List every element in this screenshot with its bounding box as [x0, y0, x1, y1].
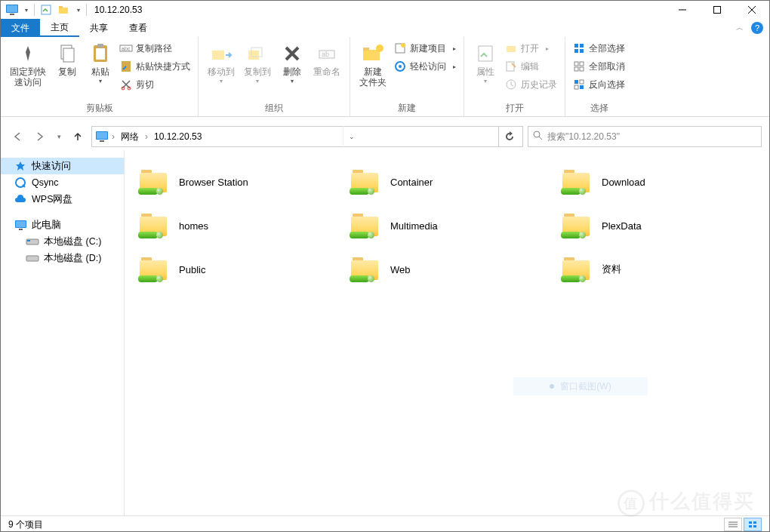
large-icons-view-toggle[interactable]	[744, 518, 762, 531]
shared-folder-icon	[350, 254, 383, 284]
sidebar-wps[interactable]: WPS网盘	[1, 191, 124, 208]
app-icon[interactable]	[4, 2, 20, 18]
invert-selection-button[interactable]: 反向选择	[573, 76, 625, 93]
chevron-right-icon[interactable]: ›	[145, 131, 148, 142]
open-button[interactable]: 打开▸	[505, 40, 557, 57]
network-share-folder[interactable]: Container	[343, 161, 550, 203]
new-folder-qat-icon[interactable]	[56, 2, 72, 18]
tab-home[interactable]: 主页	[40, 19, 79, 37]
refresh-button[interactable]	[498, 126, 519, 147]
collapse-ribbon-icon[interactable]: ︿	[736, 23, 744, 33]
group-label-select: 选择	[570, 103, 628, 116]
copy-path-icon: abc	[120, 42, 132, 54]
quick-access-toolbar: ▾ ▾	[1, 2, 91, 18]
svg-point-51	[534, 131, 540, 137]
new-folder-button[interactable]: 新建 文件夹	[355, 38, 391, 91]
tab-file[interactable]: 文件	[1, 19, 40, 37]
paste-shortcut-button[interactable]: 粘贴快捷方式	[120, 58, 190, 75]
select-none-icon	[573, 60, 585, 72]
edit-button[interactable]: 编辑	[505, 58, 557, 75]
qat-separator-2	[86, 4, 87, 16]
svg-rect-59	[26, 256, 38, 261]
qat-dropdown-icon[interactable]: ▾	[74, 2, 83, 18]
pin-quick-access-button[interactable]: 固定到快 速访问	[5, 38, 51, 91]
new-item-button[interactable]: 新建项目▸	[394, 40, 456, 57]
sidebar-drive-c[interactable]: 本地磁盘 (C:)	[1, 233, 124, 250]
drive-icon	[26, 252, 38, 264]
paste-icon	[88, 42, 112, 66]
network-share-folder[interactable]: Browser Station	[132, 161, 339, 203]
copy-path-button[interactable]: abc 复制路径	[120, 40, 190, 57]
properties-qat-icon[interactable]	[38, 2, 54, 18]
up-button[interactable]	[69, 128, 87, 146]
network-share-folder[interactable]: Public	[132, 248, 339, 291]
svg-rect-66	[753, 525, 756, 527]
move-to-button[interactable]: 移动到▾	[203, 38, 239, 88]
navigation-bar: ▾ › 网络 › 10.12.20.53 ⌄ 搜索"10.12.20.53"	[1, 123, 769, 150]
copy-button[interactable]: 复制	[51, 38, 84, 81]
sidebar-quick-access[interactable]: 快速访问	[1, 158, 124, 174]
properties-button[interactable]: 属性▾	[469, 38, 502, 88]
svg-rect-1	[7, 5, 17, 12]
paste-shortcut-icon	[120, 60, 132, 72]
select-all-button[interactable]: 全部选择	[573, 40, 625, 57]
search-input[interactable]: 搜索"10.12.20.53"	[528, 126, 762, 147]
network-share-folder[interactable]: Web	[343, 248, 550, 291]
sidebar-this-pc[interactable]: 此电脑	[1, 217, 124, 233]
sidebar-drive-d[interactable]: 本地磁盘 (D:)	[1, 250, 124, 266]
svg-rect-2	[10, 14, 14, 15]
easy-access-icon	[394, 60, 406, 72]
copy-to-button[interactable]: 复制到▾	[239, 38, 276, 88]
network-share-folder[interactable]: 资料	[555, 248, 762, 291]
folder-label: Multimedia	[390, 220, 438, 232]
address-bar[interactable]: › 网络 › 10.12.20.53 ⌄	[91, 126, 523, 147]
location-monitor-icon	[95, 130, 109, 143]
folder-label: Browser Station	[179, 177, 248, 188]
ribbon-group-new: 新建 文件夹 新建项目▸ 轻松访问▸ 新建	[350, 37, 464, 116]
address-dropdown-icon[interactable]: ⌄	[343, 126, 361, 147]
network-share-folder[interactable]: Download	[555, 161, 762, 203]
navigation-pane[interactable]: 快速访问 Qsync WPS网盘 此电脑 本地磁盘 (C:) 本地磁盘 (D:)	[1, 150, 125, 515]
qsync-icon	[14, 177, 26, 189]
recent-dropdown-icon[interactable]: ▾	[54, 128, 64, 146]
invert-selection-icon	[573, 78, 585, 91]
chevron-down-icon[interactable]: ▾	[22, 2, 31, 18]
select-none-button[interactable]: 全部取消	[573, 58, 625, 75]
tab-view[interactable]: 查看	[119, 19, 158, 37]
breadcrumb-current[interactable]: 10.12.20.53	[151, 131, 205, 142]
close-button[interactable]	[735, 1, 769, 19]
forward-button[interactable]	[31, 128, 49, 146]
easy-access-button[interactable]: 轻松访问▸	[394, 58, 456, 75]
breadcrumb-network[interactable]: 网络	[118, 131, 142, 143]
help-icon[interactable]: ?	[751, 22, 763, 34]
svg-rect-65	[749, 525, 752, 527]
network-share-folder[interactable]: homes	[132, 204, 339, 247]
folder-label: Download	[602, 177, 645, 188]
minimize-button[interactable]	[665, 1, 700, 19]
folder-content-area[interactable]: Browser StationContainerDownloadhomesMul…	[125, 150, 769, 515]
paste-button[interactable]: 粘贴 ▾	[84, 38, 117, 88]
svg-rect-25	[363, 50, 380, 60]
rename-button[interactable]: ab 重命名	[309, 38, 345, 81]
back-button[interactable]	[8, 128, 26, 146]
qat-separator	[34, 4, 35, 16]
select-all-icon	[573, 42, 585, 54]
details-view-toggle[interactable]	[724, 518, 742, 531]
svg-text:ab: ab	[322, 51, 329, 58]
svg-rect-33	[507, 46, 516, 52]
shared-folder-icon	[138, 254, 171, 284]
sidebar-qsync[interactable]: Qsync	[1, 174, 124, 191]
cut-button[interactable]: 剪切	[120, 76, 190, 93]
history-button[interactable]: 历史记录	[505, 76, 557, 93]
title-bar: ▾ ▾ 10.12.20.53	[1, 1, 769, 19]
tab-share[interactable]: 共享	[79, 19, 119, 37]
chevron-right-icon[interactable]: ›	[112, 131, 115, 142]
properties-icon	[473, 42, 497, 66]
maximize-button[interactable]	[700, 1, 735, 19]
network-share-folder[interactable]: Multimedia	[343, 204, 550, 247]
network-share-folder[interactable]: PlexData	[555, 204, 762, 247]
delete-button[interactable]: 删除▾	[276, 38, 309, 88]
group-label-clipboard: 剪贴板	[5, 103, 193, 116]
window-controls	[665, 1, 769, 19]
copy-icon	[55, 42, 79, 66]
